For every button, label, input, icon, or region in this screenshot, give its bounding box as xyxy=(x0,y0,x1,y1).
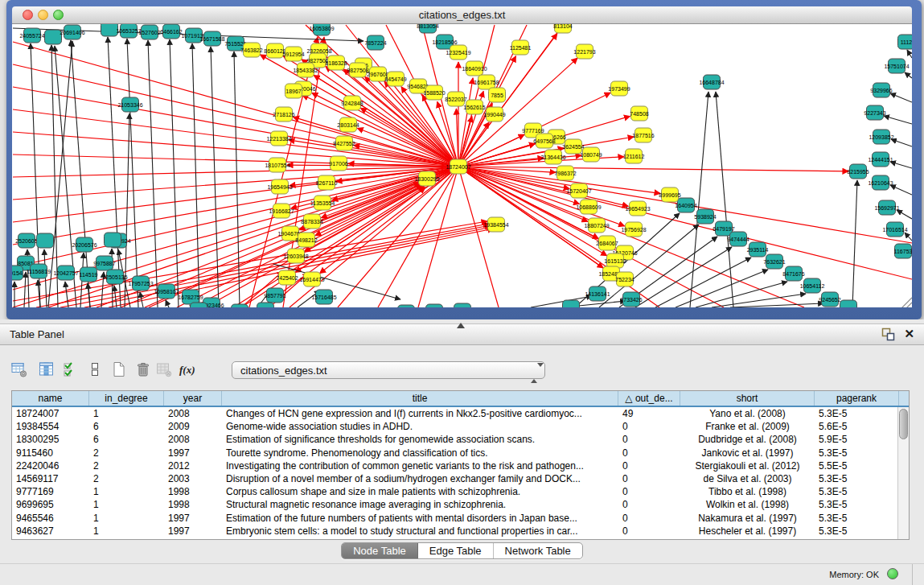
table-cell[interactable]: 1 xyxy=(89,485,164,498)
close-window-button[interactable] xyxy=(23,10,33,20)
table-cell[interactable]: 18724007 xyxy=(12,407,89,420)
table-cell[interactable]: Changes of HCN gene expression and I(f) … xyxy=(222,407,618,420)
row-height-icon[interactable] xyxy=(87,361,103,377)
float-panel-icon[interactable] xyxy=(881,328,895,341)
table-cell[interactable]: Estimation of the future numbers of pati… xyxy=(222,512,618,525)
graph-node[interactable] xyxy=(840,300,857,307)
network-window-titlebar[interactable]: citations_edges.txt xyxy=(12,6,912,24)
table-cell[interactable]: 1 xyxy=(89,498,164,511)
table-cell[interactable]: 0 xyxy=(618,420,680,433)
table-cell[interactable]: 0 xyxy=(618,485,680,498)
table-cell[interactable]: Investigating the contribution of common… xyxy=(222,459,618,472)
table-cell[interactable]: 2 xyxy=(89,472,164,485)
column-header-out-de[interactable]: △ out_de... xyxy=(618,391,680,406)
table-cell[interactable]: Tourette syndrome. Phenomenology and cla… xyxy=(222,447,618,459)
table-cell[interactable]: 5.3E-5 xyxy=(815,485,899,498)
table-cell[interactable]: 5.3E-5 xyxy=(815,498,899,511)
table-cell[interactable]: 9699695 xyxy=(12,498,89,511)
table-cell[interactable]: 2008 xyxy=(164,407,222,420)
graph-node[interactable] xyxy=(398,305,415,307)
table-cell[interactable]: Tibbo et al. (1998) xyxy=(680,485,815,498)
table-cell[interactable]: 6 xyxy=(89,420,164,433)
table-cell[interactable]: 49 xyxy=(618,407,680,420)
table-cell[interactable]: 9115460 xyxy=(12,447,89,459)
graph-node[interactable] xyxy=(37,233,54,248)
table-cell[interactable]: 22420046 xyxy=(12,459,89,472)
table-row[interactable]: 946362711997Embryonic stem cells: a mode… xyxy=(12,525,897,538)
graph-node[interactable] xyxy=(426,304,443,307)
table-cell[interactable]: 5.3E-5 xyxy=(815,512,899,525)
tab-edge-table[interactable]: Edge Table xyxy=(418,543,494,558)
table-cell[interactable]: 5.6E-5 xyxy=(815,420,899,433)
graph-node[interactable] xyxy=(232,304,248,307)
table-cell[interactable]: 2 xyxy=(89,459,164,472)
table-cell[interactable]: Dudbridge et al. (2008) xyxy=(680,433,815,446)
table-cell[interactable]: 0 xyxy=(618,447,680,459)
table-cell[interactable]: de Silva et al. (2003) xyxy=(680,472,815,485)
table-cell[interactable]: 14569117 xyxy=(12,472,89,485)
table-cell[interactable]: 9463627 xyxy=(12,525,89,538)
table-cell[interactable]: 0 xyxy=(618,472,680,485)
table-row[interactable]: 1830029562008Estimation of significance … xyxy=(12,433,897,446)
table-cell[interactable]: 0 xyxy=(618,512,680,525)
table-cell[interactable]: 1 xyxy=(89,525,164,538)
column-header-in-degree[interactable]: in_degree xyxy=(89,391,164,406)
table-cell[interactable]: Estimation of significance thresholds fo… xyxy=(222,433,618,446)
close-panel-icon[interactable]: ✕ xyxy=(904,327,914,341)
graph-node[interactable] xyxy=(105,233,121,247)
table-cell[interactable]: 2003 xyxy=(164,472,222,485)
table-cell[interactable]: 19384554 xyxy=(12,420,89,433)
table-cell[interactable]: 0 xyxy=(618,459,680,472)
table-cell[interactable]: 5.5E-5 xyxy=(815,459,899,472)
table-cell[interactable]: 5.3E-5 xyxy=(815,447,899,459)
table-row[interactable]: 946554611997Estimation of the future num… xyxy=(12,512,897,525)
table-cell[interactable]: 5.3E-5 xyxy=(815,472,899,485)
table-cell[interactable]: 1 xyxy=(89,512,164,525)
resize-grip-icon[interactable] xyxy=(901,298,912,307)
table-settings-icon[interactable] xyxy=(11,361,27,377)
table-cell[interactable]: Yano et al. (2008) xyxy=(680,407,815,420)
table-cell[interactable]: 2012 xyxy=(164,459,222,472)
table-cell[interactable]: Corpus callosum shape and size in male p… xyxy=(222,485,618,498)
table-cell[interactable]: 9465546 xyxy=(12,512,89,525)
tab-node-table[interactable]: Node Table xyxy=(342,543,418,558)
graph-node[interactable] xyxy=(563,300,580,307)
tab-network-table[interactable]: Network Table xyxy=(494,543,582,558)
column-header-name[interactable]: name xyxy=(12,391,89,406)
table-cell[interactable]: Jankovic et al. (1997) xyxy=(680,447,815,459)
delete-table-icon[interactable] xyxy=(156,361,172,377)
table-row[interactable]: 1872400712008Changes of HCN gene express… xyxy=(12,407,897,420)
table-cell[interactable]: Wolkin et al. (1998) xyxy=(680,498,815,511)
vertical-scrollbar[interactable] xyxy=(897,407,909,539)
table-cell[interactable]: 0 xyxy=(618,498,680,511)
table-cell[interactable]: 18300295 xyxy=(12,433,89,446)
column-header-pagerank[interactable]: pagerank xyxy=(815,391,899,406)
table-cell[interactable]: 2 xyxy=(89,447,164,459)
network-canvas[interactable]: 2405572420691406106532571527602646616210… xyxy=(12,24,912,307)
table-row[interactable]: 969969511998Structural magnetic resonanc… xyxy=(12,498,897,511)
table-cell[interactable]: 1998 xyxy=(164,485,222,498)
graph-node[interactable] xyxy=(191,303,207,307)
table-row[interactable]: 977716911998Corpus callosum shape and si… xyxy=(12,485,897,498)
table-row[interactable]: 1938455462009Genome-wide association stu… xyxy=(12,420,897,433)
table-cell[interactable]: 1997 xyxy=(164,447,222,459)
table-cell[interactable]: 0 xyxy=(618,433,680,446)
graph-node[interactable] xyxy=(45,30,62,44)
table-cell[interactable]: 5.3E-5 xyxy=(815,407,899,420)
column-header-title[interactable]: title xyxy=(222,391,618,406)
table-cell[interactable]: 9777169 xyxy=(12,485,89,498)
function-builder-icon[interactable]: f(x) xyxy=(179,361,195,377)
column-header-short[interactable]: short xyxy=(680,391,815,406)
minimize-window-button[interactable] xyxy=(38,10,48,20)
table-row[interactable]: 1456911722003Disruption of a novel membe… xyxy=(12,472,897,485)
memory-status-indicator[interactable] xyxy=(887,568,898,579)
scrollbar-thumb[interactable] xyxy=(899,409,908,439)
table-cell[interactable]: 2009 xyxy=(164,420,222,433)
splitter-handle-icon[interactable] xyxy=(457,323,465,328)
table-cell[interactable]: Genome-wide association studies in ADHD. xyxy=(222,420,618,433)
create-column-icon[interactable] xyxy=(111,361,127,377)
table-cell[interactable]: 1997 xyxy=(164,512,222,525)
table-cell[interactable]: 2008 xyxy=(164,433,222,446)
zoom-window-button[interactable] xyxy=(53,10,64,20)
table-cell[interactable]: 1998 xyxy=(164,498,222,511)
